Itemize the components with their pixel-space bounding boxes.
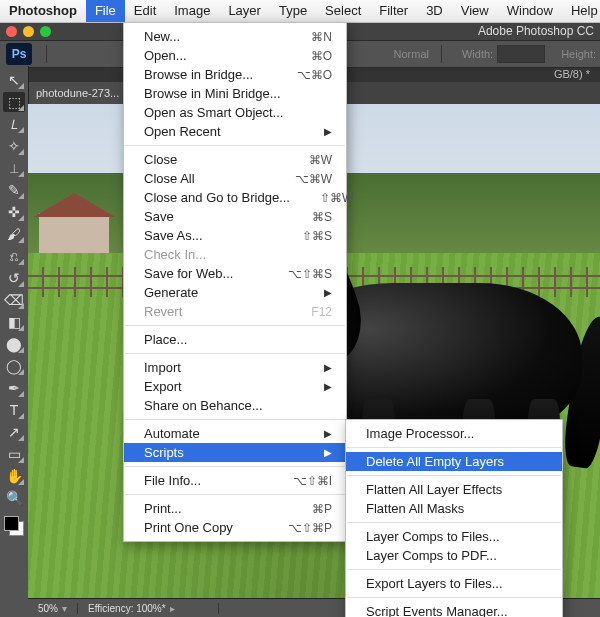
file-menu-file-info[interactable]: File Info...⌥⇧⌘I: [124, 471, 346, 490]
hand-tool[interactable]: ✋: [3, 466, 25, 486]
healing-brush-tool[interactable]: ✜: [3, 202, 25, 222]
menu-photoshop[interactable]: Photoshop: [0, 0, 86, 22]
file-menu-open-recent[interactable]: Open Recent▶: [124, 122, 346, 141]
menu-item-shortcut: ⌘N: [311, 30, 332, 44]
menu-item-shortcut: ⌘W: [309, 153, 332, 167]
menu-item-shortcut: ⌥⇧⌘P: [288, 521, 332, 535]
file-menu-separator: [125, 494, 345, 495]
scripts-menu-layer-comps-to-pdf[interactable]: Layer Comps to PDF...: [346, 546, 562, 565]
scripts-menu-layer-comps-to-files[interactable]: Layer Comps to Files...: [346, 527, 562, 546]
menu-view[interactable]: View: [452, 0, 498, 22]
file-menu-separator: [125, 325, 345, 326]
zoom-tool[interactable]: 🔍: [3, 488, 25, 508]
blend-mode-label: Normal: [394, 48, 429, 60]
blur-tool[interactable]: ⬤: [3, 334, 25, 354]
file-menu-save-for-web[interactable]: Save for Web...⌥⇧⌘S: [124, 264, 346, 283]
menu-item-label: Browse in Mini Bridge...: [144, 86, 332, 101]
file-menu-share-on-behance[interactable]: Share on Behance...: [124, 396, 346, 415]
menu-type[interactable]: Type: [270, 0, 316, 22]
scripts-menu-separator: [347, 597, 561, 598]
file-menu-export[interactable]: Export▶: [124, 377, 346, 396]
menu-window[interactable]: Window: [498, 0, 562, 22]
path-select-tool[interactable]: ↗: [3, 422, 25, 442]
shape-tool[interactable]: ▭: [3, 444, 25, 464]
menu-item-label: Layer Comps to PDF...: [366, 548, 548, 563]
file-menu-automate[interactable]: Automate▶: [124, 424, 346, 443]
lasso-tool[interactable]: 𝘓: [3, 114, 25, 134]
file-menu-new[interactable]: New...⌘N: [124, 27, 346, 46]
menu-item-shortcut: ⇧⌘W: [320, 191, 353, 205]
eyedropper-tool[interactable]: ✎: [3, 180, 25, 200]
menu-item-label: Delete All Empty Layers: [366, 454, 548, 469]
menu-item-label: Scripts: [144, 445, 300, 460]
zoom-level[interactable]: 50%▾: [28, 603, 78, 614]
menu-item-label: Place...: [144, 332, 332, 347]
file-menu-browse-in-bridge[interactable]: Browse in Bridge...⌥⌘O: [124, 65, 346, 84]
scripts-menu-delete-all-empty-layers[interactable]: Delete All Empty Layers: [346, 452, 562, 471]
file-menu-save-as[interactable]: Save As...⇧⌘S: [124, 226, 346, 245]
move-tool[interactable]: ↖: [3, 70, 25, 90]
menu-item-label: Flatten All Masks: [366, 501, 548, 516]
menu-item-shortcut: ⌘S: [312, 210, 332, 224]
brush-tool[interactable]: 🖌: [3, 224, 25, 244]
menu-edit[interactable]: Edit: [125, 0, 165, 22]
menu-item-label: Close All: [144, 171, 265, 186]
width-field[interactable]: [497, 45, 545, 63]
menu-item-label: Print One Copy: [144, 520, 258, 535]
menu-item-label: Image Processor...: [366, 426, 548, 441]
file-menu-close[interactable]: Close⌘W: [124, 150, 346, 169]
type-tool[interactable]: T: [3, 400, 25, 420]
dodge-tool[interactable]: ◯: [3, 356, 25, 376]
file-menu-open-as-smart-object[interactable]: Open as Smart Object...: [124, 103, 346, 122]
width-label: Width:: [462, 48, 493, 60]
scripts-menu-image-processor[interactable]: Image Processor...: [346, 424, 562, 443]
color-swatches[interactable]: [4, 516, 24, 536]
menu-item-label: Save: [144, 209, 282, 224]
menu-filter[interactable]: Filter: [370, 0, 417, 22]
submenu-arrow-icon: ▶: [324, 428, 332, 439]
window-minimize-icon[interactable]: [23, 26, 34, 37]
file-menu-browse-in-mini-bridge[interactable]: Browse in Mini Bridge...: [124, 84, 346, 103]
file-menu-close-all[interactable]: Close All⌥⌘W: [124, 169, 346, 188]
scripts-menu-script-events-manager[interactable]: Script Events Manager...: [346, 602, 562, 617]
pen-tool[interactable]: ✒: [3, 378, 25, 398]
menu-item-shortcut: F12: [311, 305, 332, 319]
scripts-menu-flatten-all-masks[interactable]: Flatten All Masks: [346, 499, 562, 518]
menu-file[interactable]: File: [86, 0, 125, 22]
clone-stamp-tool[interactable]: ⎌: [3, 246, 25, 266]
file-menu-scripts[interactable]: Scripts▶: [124, 443, 346, 462]
scripts-menu-export-layers-to-files[interactable]: Export Layers to Files...: [346, 574, 562, 593]
scripts-menu-flatten-all-layer-effects[interactable]: Flatten All Layer Effects: [346, 480, 562, 499]
status-info[interactable]: Efficiency: 100%*▸: [78, 603, 219, 614]
marquee-tool[interactable]: ⬚: [3, 92, 25, 112]
menu-image[interactable]: Image: [165, 0, 219, 22]
menu-item-label: Open Recent: [144, 124, 300, 139]
file-menu-generate[interactable]: Generate▶: [124, 283, 346, 302]
file-menu-close-and-go-to-bridge[interactable]: Close and Go to Bridge...⇧⌘W: [124, 188, 346, 207]
crop-tool[interactable]: ⟂: [3, 158, 25, 178]
menu-layer[interactable]: Layer: [219, 0, 270, 22]
menu-item-shortcut: ⌘O: [311, 49, 332, 63]
file-menu-check-in: Check In...: [124, 245, 346, 264]
file-menu-print[interactable]: Print...⌘P: [124, 499, 346, 518]
file-menu-save[interactable]: Save⌘S: [124, 207, 346, 226]
window-close-icon[interactable]: [6, 26, 17, 37]
menu-3d[interactable]: 3D: [417, 0, 452, 22]
file-menu-print-one-copy[interactable]: Print One Copy⌥⇧⌘P: [124, 518, 346, 537]
submenu-arrow-icon: ▶: [324, 287, 332, 298]
menu-select[interactable]: Select: [316, 0, 370, 22]
history-brush-tool[interactable]: ↺: [3, 268, 25, 288]
file-menu-place[interactable]: Place...: [124, 330, 346, 349]
gradient-tool[interactable]: ◧: [3, 312, 25, 332]
magic-wand-tool[interactable]: ✧: [3, 136, 25, 156]
menu-help[interactable]: Help: [562, 0, 600, 22]
menu-item-shortcut: ⌘P: [312, 502, 332, 516]
file-menu-open[interactable]: Open...⌘O: [124, 46, 346, 65]
file-menu-import[interactable]: Import▶: [124, 358, 346, 377]
eraser-tool[interactable]: ⌫: [3, 290, 25, 310]
ps-home-icon[interactable]: Ps: [6, 43, 32, 65]
tools-panel: ↖⬚𝘓✧⟂✎✜🖌⎌↺⌫◧⬤◯✒T↗▭✋🔍: [0, 66, 29, 617]
window-zoom-icon[interactable]: [40, 26, 51, 37]
menu-item-label: File Info...: [144, 473, 263, 488]
menu-item-label: Layer Comps to Files...: [366, 529, 548, 544]
